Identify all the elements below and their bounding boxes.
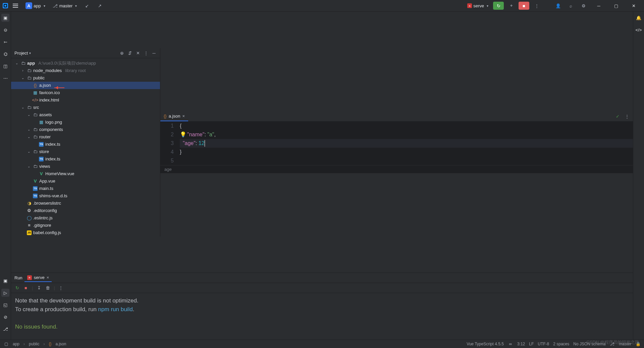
- stop-run-button[interactable]: ■: [23, 285, 29, 291]
- commit-tool-button[interactable]: ⊝: [1, 26, 9, 34]
- editor-tab[interactable]: {} a.json ×: [160, 112, 188, 121]
- status-encoding[interactable]: UTF-8: [538, 342, 549, 346]
- structure-tool-button[interactable]: ⌬: [1, 50, 9, 58]
- project-tree[interactable]: ⌄ 🗀 app A:\vue3.0\实际项目\demo\app › 🗀 node…: [11, 58, 160, 236]
- branch-selector[interactable]: ⎇ master ▾: [50, 2, 80, 10]
- tree-arrow-icon: ⌄: [26, 150, 31, 153]
- stop-button[interactable]: ■: [519, 2, 529, 10]
- tree-arrow-icon: ⌄: [20, 106, 25, 109]
- search-button[interactable]: ⌕: [566, 2, 576, 10]
- code-editor[interactable]: 1 2 3 4 5 { 💡"name": "a", "age": 12 }: [160, 122, 633, 165]
- notifications-button[interactable]: 🔔: [635, 14, 643, 22]
- main-menu-button[interactable]: [10, 2, 21, 9]
- tree-item-label: index.html: [39, 97, 59, 102]
- status-indent[interactable]: 2 spaces: [553, 342, 569, 346]
- status-position[interactable]: 3:12: [517, 342, 525, 346]
- folder-icon: 🗀: [33, 149, 38, 154]
- collapse-all-icon[interactable]: ✕: [135, 50, 141, 56]
- tree-item[interactable]: ▦ logo.png: [11, 119, 160, 126]
- arrow-out-icon: ↗: [97, 3, 102, 8]
- status-lang[interactable]: Vue TypeScript 4.5.5: [467, 342, 504, 346]
- image-file-icon: ▦: [33, 90, 38, 95]
- scroll-to-end-button[interactable]: ↧: [36, 285, 42, 291]
- inspection-icon[interactable]: ∞: [508, 341, 513, 347]
- tree-item-label: HomeView.vue: [45, 171, 74, 176]
- minimize-button[interactable]: ─: [591, 0, 606, 12]
- debug-button[interactable]: ⌖: [506, 2, 517, 10]
- terminal-tool-button[interactable]: ▣: [1, 277, 9, 285]
- run-config-selector[interactable]: n serve ▾: [465, 2, 491, 10]
- breadcrumb-item[interactable]: public: [29, 342, 39, 346]
- status-eol[interactable]: LF: [529, 342, 534, 346]
- inspection-ok-icon[interactable]: ✓: [616, 114, 620, 119]
- chevron-down-icon[interactable]: ▾: [29, 51, 31, 55]
- pull-requests-button[interactable]: ⤚: [1, 38, 9, 46]
- tree-item[interactable]: TS index.ts: [11, 141, 160, 148]
- more-tools-button[interactable]: ⋯: [1, 74, 9, 82]
- tree-item[interactable]: ⌄ 🗀 store: [11, 148, 160, 155]
- tree-item[interactable]: ⌄ 🗀 components: [11, 126, 160, 133]
- project-selector[interactable]: A app ▾: [23, 1, 48, 10]
- ai-assistant-button[interactable]: </>: [635, 26, 643, 34]
- run-tab-label: serve: [34, 275, 45, 280]
- tree-item-label: main.ts: [39, 186, 53, 191]
- config-file-icon: ⚙: [26, 208, 32, 213]
- tree-item[interactable]: V App.vue: [11, 178, 160, 185]
- tree-item[interactable]: ⚙ .editorconfig: [11, 207, 160, 214]
- tree-item[interactable]: › 🗀 node_moduleslibrary root: [11, 67, 160, 74]
- folder-icon: 🗀: [20, 61, 26, 66]
- console-menu-button[interactable]: ⋮: [58, 285, 64, 291]
- intention-bulb-icon[interactable]: 💡: [180, 132, 186, 137]
- tree-item-label: .eslintrc.js: [33, 215, 53, 220]
- tree-item[interactable]: ≡ .gitignore: [11, 222, 160, 229]
- tree-item[interactable]: ⌄ 🗀 views: [11, 163, 160, 170]
- tree-item[interactable]: TS main.ts: [11, 185, 160, 192]
- console-output[interactable]: Note that the development build is not o…: [11, 293, 633, 340]
- clear-console-button[interactable]: 🗑: [45, 285, 50, 291]
- tree-item[interactable]: TS shims-vue.d.ts: [11, 192, 160, 200]
- problems-tool-button[interactable]: ⊘: [1, 313, 9, 321]
- tree-item[interactable]: ◑ .browserslistrc: [11, 200, 160, 207]
- locate-icon[interactable]: ⊕: [119, 50, 124, 56]
- tab-menu-icon[interactable]: ⋮: [624, 114, 630, 119]
- tree-item[interactable]: ◯ .eslintrc.js: [11, 214, 160, 222]
- run-button[interactable]: ↻: [493, 2, 504, 10]
- tree-item[interactable]: ⌄ 🗀 public: [11, 74, 160, 82]
- editor-breadcrumb[interactable]: age: [160, 165, 633, 173]
- console-line: No issues found.: [15, 323, 629, 331]
- settings-button[interactable]: ⚙: [578, 2, 589, 10]
- rerun-button[interactable]: ↻: [14, 285, 20, 291]
- maximize-button[interactable]: ▢: [608, 0, 624, 12]
- bookmarks-tool-button[interactable]: ◫: [1, 62, 9, 70]
- tree-item[interactable]: {} a.json: [11, 82, 160, 89]
- tree-item[interactable]: ⌄ 🗀 router: [11, 133, 160, 141]
- tree-item[interactable]: ⌄ 🗀 src: [11, 104, 160, 111]
- file-icon: ≡: [26, 223, 32, 228]
- tree-item[interactable]: TS index.ts: [11, 155, 160, 163]
- tree-root[interactable]: ⌄ 🗀 app A:\vue3.0\实际项目\demo\app: [11, 60, 160, 67]
- panel-menu-icon[interactable]: ⋮: [143, 50, 149, 56]
- tree-item[interactable]: JS babel.config.js: [11, 229, 160, 236]
- tree-item[interactable]: ▦ favicon.ico: [11, 89, 160, 96]
- vcs-tool-button[interactable]: ⎇: [1, 325, 9, 333]
- breadcrumb-item[interactable]: a.json: [55, 342, 66, 346]
- tree-item[interactable]: </> index.html: [11, 96, 160, 104]
- breadcrumb-item[interactable]: app: [13, 342, 19, 346]
- close-tab-button[interactable]: ×: [182, 114, 185, 119]
- collapse-in-button[interactable]: ↙: [82, 2, 92, 10]
- code-with-me-button[interactable]: 👤: [553, 2, 564, 10]
- close-run-tab-button[interactable]: ×: [47, 275, 49, 280]
- hide-panel-icon[interactable]: ─: [151, 50, 157, 56]
- more-actions-button[interactable]: ⋮: [531, 2, 542, 10]
- expand-all-icon[interactable]: ⇵: [127, 50, 132, 56]
- run-tool-button[interactable]: ▷: [1, 289, 9, 297]
- project-tool-button[interactable]: ▣: [1, 14, 9, 22]
- tree-item[interactable]: ⌄ 🗀 assets: [11, 111, 160, 119]
- close-window-button[interactable]: ✕: [626, 0, 641, 12]
- collapse-out-button[interactable]: ↗: [94, 2, 105, 10]
- tree-item[interactable]: V HomeView.vue: [11, 170, 160, 178]
- chevron-down-icon: ▾: [75, 4, 77, 8]
- run-tab[interactable]: n serve ×: [24, 274, 52, 282]
- build-tool-button[interactable]: ◱: [1, 301, 9, 309]
- console-line: Note that the development build is not o…: [15, 296, 629, 305]
